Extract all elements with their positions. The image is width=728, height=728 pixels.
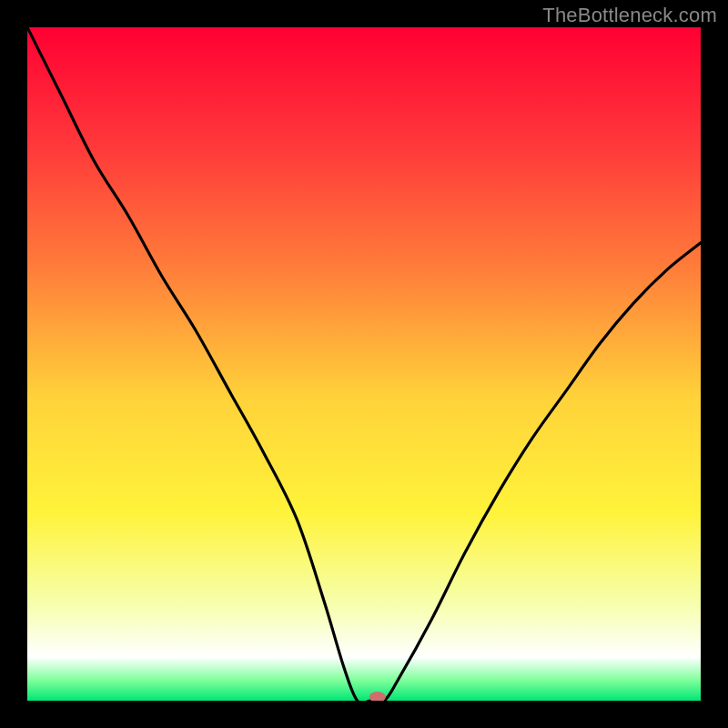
plot-outer <box>27 27 701 701</box>
watermark-text: TheBottleneck.com <box>542 4 717 27</box>
bottleneck-chart <box>27 27 701 701</box>
chart-frame: TheBottleneck.com <box>0 0 728 728</box>
chart-background <box>27 27 701 701</box>
